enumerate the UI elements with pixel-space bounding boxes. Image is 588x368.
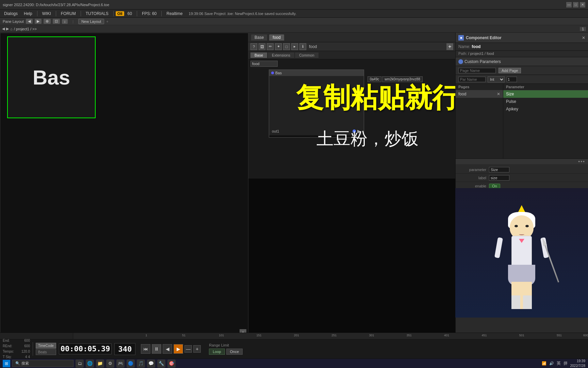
menu-wiki[interactable]: WIKI (39, 11, 54, 17)
tool-box-btn[interactable]: □ (283, 43, 290, 50)
node-title: Bas (269, 70, 364, 76)
detail-parameter-value[interactable]: Size (489, 167, 509, 172)
food-name-input[interactable] (250, 61, 278, 67)
goto-start-btn[interactable]: ⏮ (141, 344, 150, 354)
loop-btn[interactable]: Loop (209, 349, 225, 355)
menu-help[interactable]: Help (21, 11, 35, 17)
page-item-food[interactable]: food ✕ (456, 90, 503, 98)
nav-back[interactable]: ◀ (2, 27, 5, 31)
char-sword (544, 244, 559, 282)
menu-sep-5 (137, 11, 137, 16)
step-back-btn[interactable]: ◀ (163, 344, 172, 354)
nav-path[interactable]: / project1 / >> (14, 27, 37, 31)
taskbar-app1-icon[interactable]: 🎵 (137, 359, 145, 368)
viewport-preview[interactable]: Bas (7, 36, 96, 118)
comp-editor-icon: ■ (458, 35, 464, 41)
menu-dialogs[interactable]: Dialogs (1, 11, 20, 17)
custom-params-title: Custom Parameters (464, 59, 501, 64)
taskbar-td-icon[interactable]: 🔵 (127, 359, 135, 368)
par-num-input[interactable] (507, 77, 517, 82)
page-item-remove-btn[interactable]: ✕ (497, 92, 500, 96)
once-btn[interactable]: Once (226, 349, 243, 355)
menu-forum[interactable]: FORUM (58, 11, 79, 17)
taskbar-game1-icon[interactable]: 🎮 (116, 359, 125, 368)
param-item-pulse[interactable]: Pulse (503, 98, 588, 105)
pane-layout-btn[interactable]: ⊡ (53, 19, 60, 24)
node-editor-header: Base food (248, 33, 455, 42)
plus-tab-btn[interactable]: + (106, 19, 108, 24)
ruler-track: 1 51 101 151 201 251 301 351 401 451 501… (146, 333, 588, 339)
pane-back-btn[interactable]: ◀ (26, 19, 33, 24)
node-add-btn[interactable]: + (446, 43, 453, 50)
main-area: Bas + Base food ? 🖼 ✏ ✦ □ ▸ ℹ food + Bas… (0, 33, 588, 338)
par-name-row: Int Float String (456, 75, 588, 84)
par-name-input[interactable] (458, 77, 486, 82)
taskbar-app3-icon[interactable]: 🔧 (157, 359, 165, 368)
nav-fwd[interactable]: ▶ (6, 27, 9, 31)
menu-sep-6 (161, 11, 162, 16)
cn-label[interactable]: 英 (557, 361, 561, 366)
tab-base[interactable]: Base (251, 34, 267, 41)
tool-info-btn[interactable]: ℹ (299, 43, 306, 50)
comp-path-value: / project1 / food (468, 51, 494, 56)
character-body (501, 215, 542, 311)
subtract-btn[interactable]: — (184, 345, 192, 353)
fps-display: FPS: 60 (139, 11, 159, 17)
tool-star-btn[interactable]: ✦ (275, 43, 282, 50)
taskbar-app2-icon[interactable]: 💬 (147, 359, 155, 368)
taskbar-browser-icon[interactable]: 🌐 (86, 359, 94, 368)
tab-node-base[interactable]: Base (250, 52, 267, 58)
comp-name-label: Name: (458, 44, 470, 49)
nav-home[interactable]: ⌂ (10, 27, 13, 31)
menu-sep-1 (37, 11, 37, 16)
beats-btn[interactable]: Beats (36, 349, 56, 355)
tab-food[interactable]: food (269, 34, 284, 41)
taskbar-app4-icon[interactable]: 🎯 (167, 359, 176, 368)
detail-enable-value[interactable]: On (489, 184, 500, 188)
taskbar-settings-icon[interactable]: ⚙ (106, 359, 114, 368)
pane-add-btn[interactable]: ⊕ (44, 19, 51, 24)
realtime-label[interactable]: Realtime (164, 11, 185, 17)
search-icon: 🔍 (15, 361, 20, 366)
window-controls[interactable]: — □ ✕ (566, 2, 585, 7)
pinyin-label[interactable]: 拼 (564, 361, 568, 366)
param-item-size[interactable]: Size (503, 90, 588, 98)
pane-split-btn[interactable]: ↕ (62, 19, 68, 24)
overlay-text-main: 复制粘贴就行 (296, 80, 455, 117)
param-item-apikey[interactable]: Apikey (503, 105, 588, 113)
bottom-viewport (248, 179, 455, 338)
page-name-input[interactable] (458, 68, 496, 73)
tool-img-btn[interactable]: 🖼 (259, 43, 265, 50)
tool-edit-btn[interactable]: ✏ (267, 43, 274, 50)
tab-node-extensions[interactable]: Extensions (268, 52, 294, 58)
pause-btn[interactable]: ⏸ (152, 344, 161, 354)
char-arm-left (494, 237, 503, 258)
close-btn[interactable]: ✕ (580, 2, 585, 7)
param-col-header: Parameter (503, 84, 588, 90)
par-type-select[interactable]: Int Float String (488, 76, 505, 82)
pane-fwd-btn[interactable]: ▶ (35, 19, 42, 24)
play-btn[interactable]: ▶ (174, 344, 183, 354)
taskbar-folder-icon[interactable]: 📁 (96, 359, 104, 368)
comp-editor-close-btn[interactable]: ✕ (582, 35, 585, 40)
minimize-btn[interactable]: — (566, 2, 572, 7)
maximize-btn[interactable]: □ (573, 2, 578, 7)
taskbar: ⊞ 🔍 搜索 🗂 🌐 📁 ⚙ 🎮 🔵 🎵 💬 🔧 🎯 📶 🔊 英 拼 19:39… (0, 358, 588, 368)
comp-editor-header: ■ Component Editor ✕ (456, 33, 588, 43)
tool-play-btn[interactable]: ▸ (291, 43, 298, 50)
menu-sep-4 (113, 11, 114, 16)
network-icon: 📶 (542, 361, 546, 366)
add-btn[interactable]: + (193, 345, 201, 353)
menu-tutorials[interactable]: TUTORIALS (83, 11, 111, 17)
tab-node-common[interactable]: Common (295, 52, 318, 58)
timecode-btn[interactable]: TimeCode (36, 343, 56, 349)
search-box[interactable]: 🔍 搜索 (12, 360, 74, 367)
ruler-mark-351: 351 (407, 334, 412, 337)
node-color-dot (271, 72, 274, 74)
taskbar-explorer-icon[interactable]: 🗂 (76, 359, 84, 368)
tool-help-btn[interactable]: ? (250, 43, 257, 50)
detail-label-value[interactable]: size (489, 175, 509, 181)
new-layout-btn[interactable]: New Layout (78, 19, 104, 24)
add-page-btn[interactable]: Add Page (499, 68, 521, 73)
windows-logo[interactable]: ⊞ (3, 360, 10, 367)
